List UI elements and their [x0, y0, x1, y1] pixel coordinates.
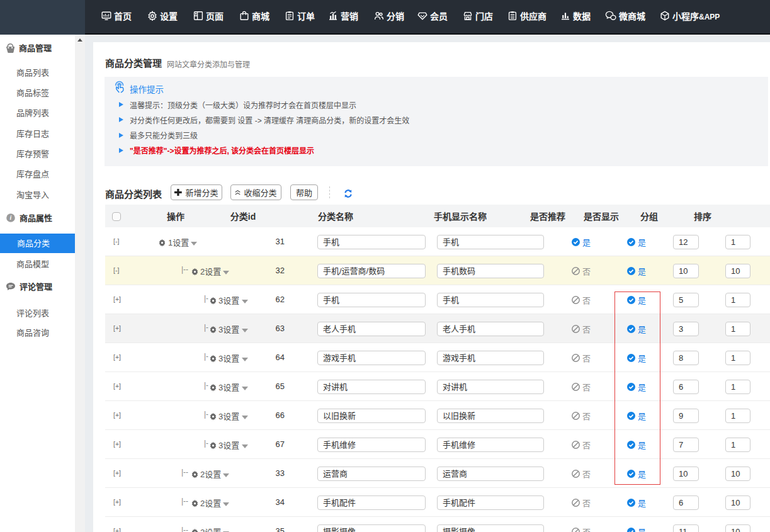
svg-text:i: i — [10, 214, 12, 221]
